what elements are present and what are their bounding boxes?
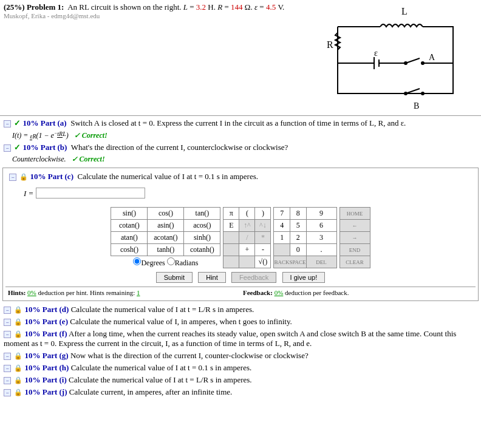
- part-c-text: Calculate the numerical value of I at t …: [77, 172, 258, 181]
- key-2[interactable]: 2: [290, 232, 306, 244]
- key-cotan[interactable]: cotan(): [111, 220, 148, 232]
- key-sqrt[interactable]: √(): [255, 256, 271, 268]
- submit-button[interactable]: Submit: [156, 272, 193, 283]
- key-backspace[interactable]: BACKSPACE: [274, 256, 306, 268]
- part-f-text: After a long time, when the current reac…: [4, 329, 456, 348]
- part-i-text: Calculate the numerical value of I at t …: [69, 375, 252, 384]
- key-7[interactable]: 7: [274, 208, 290, 220]
- key-minus[interactable]: -: [255, 244, 271, 256]
- key-right[interactable]: →: [339, 232, 370, 244]
- problem-label: Problem 1:: [27, 2, 64, 12]
- label-L: L: [401, 6, 408, 16]
- key-left[interactable]: ←: [339, 220, 370, 232]
- lock-icon: 🔒: [14, 364, 22, 372]
- part-g-text: Now what is the direction of the current…: [70, 351, 309, 360]
- giveup-button[interactable]: I give up!: [282, 272, 326, 283]
- part-j: − 🔒 10% Part (j) Calculate current, in a…: [0, 386, 481, 398]
- key-sin[interactable]: sin(): [111, 208, 148, 220]
- key-cotanh[interactable]: cotanh(): [184, 244, 220, 256]
- collapse-icon[interactable]: −: [4, 377, 11, 384]
- collapse-icon[interactable]: −: [4, 319, 11, 326]
- collapse-icon[interactable]: −: [4, 353, 11, 360]
- lock-icon: 🔒: [14, 306, 22, 313]
- attribution: Muskopf, Erika - edmg4d@mst.edu: [4, 12, 313, 19]
- part-b: − ✓ 10% Part (b) What's the direction of…: [0, 141, 481, 154]
- key-pi[interactable]: π: [223, 208, 239, 220]
- hint-button[interactable]: Hint: [198, 272, 226, 283]
- function-keypad: sin()cos()tan() cotan()asin()acos() atan…: [111, 207, 220, 268]
- keypad: sin()cos()tan() cotan()asin()acos() atan…: [5, 207, 476, 268]
- key-asin[interactable]: asin(): [148, 220, 184, 232]
- part-f: − 🔒 10% Part (f) After a long time, when…: [0, 328, 481, 350]
- key-9[interactable]: 9: [306, 208, 336, 220]
- key-rparen[interactable]: ): [255, 208, 271, 220]
- key-6[interactable]: 6: [306, 220, 336, 232]
- key-1[interactable]: 1: [274, 232, 290, 244]
- degrees-radio[interactable]: [133, 257, 141, 265]
- lock-icon: 🔒: [14, 389, 22, 396]
- collapse-icon[interactable]: −: [4, 144, 11, 152]
- key-3[interactable]: 3: [306, 232, 336, 244]
- key-acos[interactable]: acos(): [184, 220, 220, 232]
- key-E[interactable]: E: [223, 220, 239, 232]
- collapse-icon[interactable]: −: [4, 389, 11, 396]
- lock-icon: 🔒: [14, 330, 22, 338]
- key-sinh[interactable]: sinh(): [184, 232, 220, 244]
- button-row: Submit Hint Feedback I give up!: [5, 272, 476, 283]
- key-dot[interactable]: .: [306, 244, 336, 256]
- collapse-icon[interactable]: −: [4, 120, 11, 127]
- part-a-answer: I(t) = εR(1 − e−tRL) ✓ Correct!: [0, 129, 481, 141]
- collapse-icon[interactable]: −: [4, 331, 11, 338]
- key-up[interactable]: ↑^: [239, 220, 255, 232]
- label-B: B: [414, 101, 419, 110]
- key-lparen[interactable]: (: [239, 208, 255, 220]
- key-tanh[interactable]: tanh(): [148, 244, 184, 256]
- part-e-text: Calculate the numerical value of I, in a…: [70, 317, 292, 326]
- label-R: R: [327, 39, 333, 50]
- part-e: − 🔒 10% Part (e) Calculate the numerical…: [0, 316, 481, 328]
- part-h: − 🔒 10% Part (h) Calculate the numerical…: [0, 362, 481, 374]
- lock-icon: 🔒: [14, 376, 22, 384]
- problem-header: (25%) Problem 1: An RL circuit is shown …: [0, 0, 481, 114]
- key-4[interactable]: 4: [274, 220, 290, 232]
- key-8[interactable]: 8: [290, 208, 306, 220]
- answer-var: I =: [24, 189, 33, 198]
- key-end[interactable]: END: [339, 244, 370, 256]
- key-clear[interactable]: CLEAR: [339, 256, 370, 268]
- lock-icon: 🔒: [14, 318, 22, 325]
- key-0[interactable]: 0: [290, 244, 306, 256]
- key-down[interactable]: ^↓: [255, 220, 271, 232]
- key-5[interactable]: 5: [290, 220, 306, 232]
- label-A: A: [429, 53, 435, 62]
- answer-input[interactable]: [36, 188, 145, 199]
- key-tan[interactable]: tan(): [184, 208, 220, 220]
- part-g: − 🔒 10% Part (g) Now what is the directi…: [0, 350, 481, 362]
- key-div[interactable]: /: [239, 232, 255, 244]
- part-c: − 🔒 10% Part (c) Calculate the numerical…: [2, 168, 479, 301]
- collapse-icon[interactable]: −: [4, 307, 11, 314]
- check-icon: ✓: [14, 143, 21, 152]
- radians-radio[interactable]: [167, 257, 175, 265]
- hints-row: Hints: 0% deduction per hint. Hints rema…: [5, 287, 476, 298]
- collapse-icon[interactable]: −: [4, 365, 11, 372]
- part-i: − 🔒 10% Part (i) Calculate the numerical…: [0, 374, 481, 386]
- part-a: − ✓ 10% Part (a) Switch A is closed at t…: [0, 117, 481, 129]
- key-del[interactable]: DEL: [306, 256, 336, 268]
- collapse-icon[interactable]: −: [9, 174, 16, 181]
- part-b-answer: Counterclockwise. ✓ Correct!: [0, 154, 481, 165]
- key-atan[interactable]: atan(): [111, 232, 148, 244]
- key-plus[interactable]: +: [239, 244, 255, 256]
- key-home[interactable]: HOME: [339, 208, 370, 220]
- problem-weight: (25%): [4, 2, 25, 12]
- correct-label: ✓ Correct!: [72, 155, 105, 163]
- nav-keypad: HOME ← → END CLEAR: [339, 207, 370, 268]
- key-cos[interactable]: cos(): [148, 208, 184, 220]
- key-cosh[interactable]: cosh(): [111, 244, 148, 256]
- label-e: ε: [374, 49, 378, 58]
- part-j-text: Calculate current, in amperes, after an …: [69, 387, 233, 396]
- lock-icon: 🔒: [14, 352, 22, 359]
- key-acotan[interactable]: acotan(): [148, 232, 184, 244]
- correct-label: ✓ Correct!: [74, 131, 107, 140]
- key-mul[interactable]: *: [255, 232, 271, 244]
- number-keypad: 789 456 123 0. BACKSPACEDEL: [273, 207, 336, 268]
